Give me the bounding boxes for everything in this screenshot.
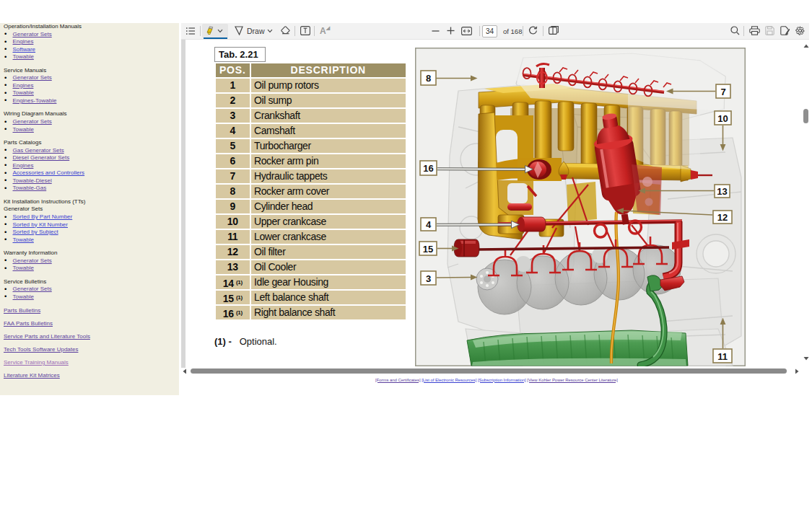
svg-text:13: 13 xyxy=(717,186,727,197)
svg-text:8: 8 xyxy=(426,73,431,84)
svg-text:10: 10 xyxy=(717,113,728,124)
svg-text:16: 16 xyxy=(423,163,433,174)
svg-text:3: 3 xyxy=(426,273,431,284)
svg-text:7: 7 xyxy=(720,87,725,97)
svg-text:12: 12 xyxy=(717,212,728,223)
svg-text:4: 4 xyxy=(426,219,432,230)
svg-text:11: 11 xyxy=(717,351,728,362)
svg-text:15: 15 xyxy=(423,244,433,255)
